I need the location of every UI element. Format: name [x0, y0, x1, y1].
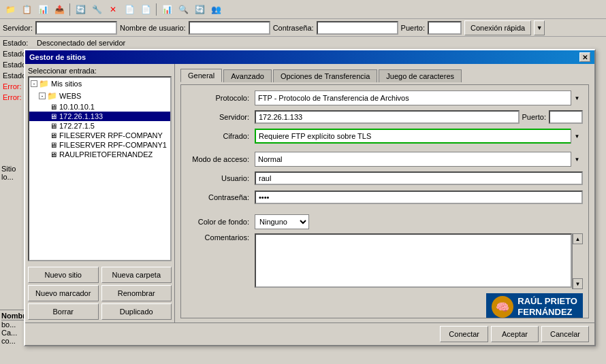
site-label-3: 172.27.1.5	[59, 122, 95, 130]
nombre-usuario-label: Nombre de usuario:	[120, 24, 186, 32]
root-label: Mis sitios	[51, 80, 82, 88]
tree-btn-row-2: Nuevo marcador Renombrar	[28, 285, 172, 301]
scrollbar-up-button[interactable]: ▲	[573, 233, 583, 244]
tb-icon-4[interactable]: 📤	[52, 3, 67, 16]
conexion-rapida-button[interactable]: Conexión rápida	[464, 20, 531, 35]
contrasena-input[interactable]	[317, 21, 398, 35]
protocolo-select[interactable]: FTP - Protocolo de Transferencia de Arch…	[255, 90, 583, 105]
dialog-close-button[interactable]: ✕	[579, 52, 590, 62]
tree-buttons-area: Nuevo sitio Nueva carpeta Nuevo marcador…	[25, 264, 174, 322]
left-item-1[interactable]: bo...	[1, 320, 26, 329]
modo-acceso-select[interactable]: Normal	[255, 152, 583, 167]
tb-icon-10[interactable]: 📊	[159, 3, 174, 16]
tree-item-fileserver2[interactable]: 🖥 FILESERVER RPF-COMPANY1	[29, 140, 170, 150]
comentarios-label: Comentarios:	[187, 233, 255, 242]
comentarios-textarea[interactable]	[255, 233, 572, 288]
site-icon-5: 🖥	[50, 141, 57, 149]
tree-btn-row-3: Borrar Duplicado	[28, 303, 172, 320]
cancelar-button[interactable]: Cancelar	[541, 326, 589, 342]
protocolo-select-wrapper: FTP - Protocolo de Transferencia de Arch…	[255, 90, 583, 105]
comentarios-row: Comentarios: ▲ ▼	[187, 233, 583, 289]
site-icon-3: 🖥	[50, 122, 57, 130]
left-item-2[interactable]: Ca...	[1, 329, 26, 337]
cifrado-select-wrapper: Requiere FTP explícito sobre TLS ▼	[255, 129, 583, 144]
tree-webs-item[interactable]: - 📁 WEBS	[29, 90, 170, 102]
conexion-dropdown-button[interactable]: ▼	[534, 20, 545, 35]
tab-general[interactable]: General	[180, 69, 222, 82]
nuevo-sitio-button[interactable]: Nuevo sitio	[28, 267, 99, 283]
tree-panel: Seleccionar entrada: - 📁 Mis sitios - 📁 …	[25, 64, 175, 322]
site-label-1: 10.10.10.1	[59, 103, 95, 111]
puerto-form-label: Puerto:	[522, 113, 546, 121]
tree-item-1010101[interactable]: 🖥 10.10.10.1	[29, 102, 170, 112]
usuario-label: Usuario:	[187, 174, 255, 182]
conectar-button[interactable]: Conectar	[440, 326, 488, 342]
tree-btn-row-1: Nuevo sitio Nueva carpeta	[28, 267, 172, 283]
tb-icon-11[interactable]: 🔍	[176, 3, 191, 16]
tb-icon-6[interactable]: 🔧	[89, 3, 104, 16]
site-label-5: FILESERVER RPF-COMPANY1	[59, 141, 167, 149]
servidor-row: Servidor: Puerto:	[187, 110, 583, 125]
status-label-1: Estado:	[3, 39, 37, 47]
protocolo-row: Protocolo: FTP - Protocolo de Transferen…	[187, 90, 583, 105]
site-label-4: FILESERVER RPF-COMPANY	[59, 131, 163, 139]
modo-acceso-select-wrapper: Normal ▼	[255, 152, 583, 167]
tb-icon-8[interactable]: 📄	[122, 3, 137, 16]
duplicado-button[interactable]: Duplicado	[101, 303, 172, 320]
usuario-input[interactable]	[255, 171, 583, 185]
conn-bar: Servidor: Nombre de usuario: Contraseña:…	[0, 19, 606, 37]
comentarios-control: ▲ ▼	[255, 233, 583, 289]
borrar-button[interactable]: Borrar	[28, 303, 99, 320]
nueva-carpeta-button[interactable]: Nueva carpeta	[101, 267, 172, 283]
aceptar-button[interactable]: Aceptar	[491, 326, 539, 342]
tb-icon-13[interactable]: 👥	[208, 3, 223, 16]
site-label-6: RAULPRIETOFERNANDEZ	[59, 150, 153, 159]
status-line-1: Estado: Desconectado del servidor	[3, 37, 603, 48]
tb-icon-5[interactable]: 🔄	[73, 3, 88, 16]
contrasena-form-input[interactable]	[255, 191, 583, 204]
tree-item-172261133[interactable]: 🖥 172.26.1.133	[29, 112, 170, 121]
tree-root-item[interactable]: - 📁 Mis sitios	[29, 78, 170, 90]
logo-name-line2: FERNÁNDEZ	[517, 307, 577, 318]
tb-icon-3[interactable]: 📊	[35, 3, 50, 16]
servidor-form-label: Servidor:	[187, 113, 255, 121]
nombre-usuario-input[interactable]	[189, 21, 270, 35]
usuario-control	[255, 171, 583, 186]
servidor-controls: Puerto:	[255, 110, 583, 124]
nuevo-marcador-button[interactable]: Nuevo marcador	[28, 285, 99, 301]
puerto-form-input[interactable]	[549, 110, 583, 124]
cifrado-row: Cifrado: Requiere FTP explícito sobre TL…	[187, 129, 583, 144]
contrasena-label: Contraseña:	[273, 24, 314, 32]
tab-opciones-transferencia[interactable]: Opciones de Transferencia	[273, 69, 377, 82]
left-bottom-panel: Nombre bo... Ca... co...	[0, 310, 27, 346]
servidor-form-input[interactable]	[255, 110, 520, 124]
tb-icon-1[interactable]: 📁	[3, 3, 18, 16]
tree-item-raul[interactable]: 🖥 RAULPRIETOFERNANDEZ	[29, 150, 170, 159]
tab-juego-caracteres[interactable]: Juego de caracteres	[379, 69, 462, 82]
tb-icon-9[interactable]: 📄	[138, 3, 153, 16]
expand-webs-icon: -	[39, 93, 46, 99]
tb-icon-7[interactable]: ✕	[106, 3, 121, 16]
left-item-3[interactable]: co...	[1, 337, 26, 345]
renombrar-button[interactable]: Renombrar	[101, 285, 172, 301]
tab-bar: General Avanzado Opciones de Transferenc…	[180, 68, 589, 82]
webs-folder-icon: 📁	[47, 91, 57, 101]
expand-root-icon: -	[31, 80, 37, 87]
tab-avanzado[interactable]: Avanzado	[223, 69, 272, 82]
cifrado-select[interactable]: Requiere FTP explícito sobre TLS	[255, 129, 583, 144]
tb-icon-12[interactable]: 🔄	[192, 3, 207, 16]
modo-acceso-row: Modo de acceso: Normal ▼	[187, 152, 583, 167]
puerto-input[interactable]	[428, 21, 462, 35]
logo-area: 🧠 RAÚL PRIETO FERNÁNDEZ	[187, 293, 583, 318]
tree-item-fileserver1[interactable]: 🖥 FILESERVER RPF-COMPANY	[29, 131, 170, 140]
form-panel: General Avanzado Opciones de Transferenc…	[175, 64, 594, 322]
dialog-title: Gestor de sitios	[29, 53, 86, 61]
tree-item-172271[interactable]: 🖥 172.27.1.5	[29, 121, 170, 131]
logo-name-line1: RAÚL PRIETO	[517, 296, 577, 307]
color-fondo-select[interactable]: Ninguno	[255, 214, 309, 229]
servidor-input[interactable]	[35, 21, 117, 35]
protocolo-label: Protocolo:	[187, 94, 255, 102]
scrollbar-down-button[interactable]: ▼	[573, 278, 583, 289]
modo-acceso-label: Modo de acceso:	[187, 155, 255, 163]
tb-icon-2[interactable]: 📋	[19, 3, 34, 16]
